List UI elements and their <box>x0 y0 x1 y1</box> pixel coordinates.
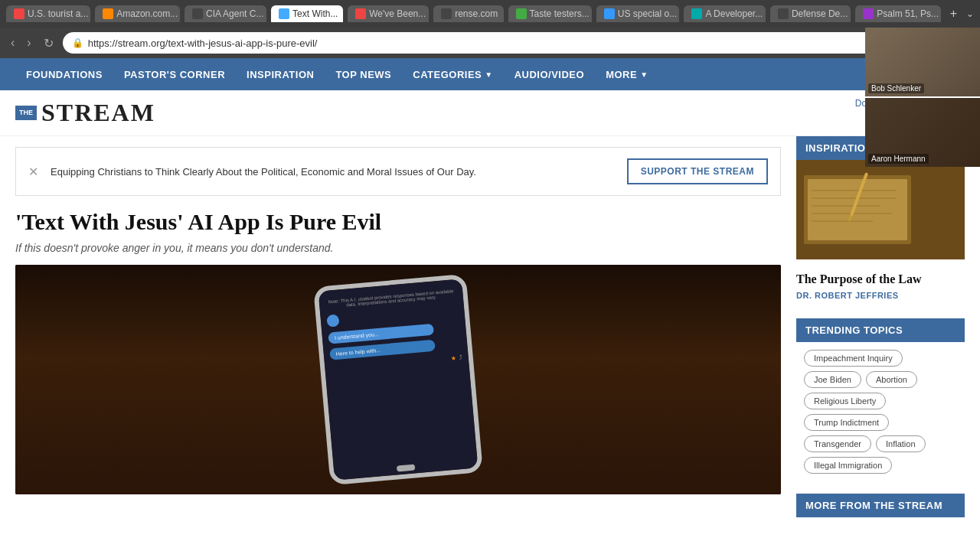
banner-text: Equipping Christians to Think Clearly Ab… <box>51 166 615 178</box>
address-bar[interactable]: 🔒 https://stream.org/text-with-jesus-ai-… <box>63 32 952 54</box>
chat-avatar <box>326 314 339 327</box>
logo-the: THE <box>15 106 37 120</box>
browser-tab-9[interactable]: A Developer... × <box>684 5 766 22</box>
main-content: ✕ Equipping Christians to Think Clearly … <box>15 136 781 530</box>
webcam-bottom-label: Aaron Hermann <box>868 154 929 164</box>
tag-abortion[interactable]: Abortion <box>866 371 917 388</box>
browser-tab-10[interactable]: Defense De... × <box>770 5 851 22</box>
article-image-bg: Note: This A.I. chatbot provides respons… <box>15 265 781 494</box>
phone-mockup: Note: This A.I. chatbot provides respons… <box>313 274 483 485</box>
browser-tab-4[interactable]: Text With... × <box>271 5 343 22</box>
phone-star-icon: ★ <box>450 354 456 362</box>
tab-favicon-4 <box>279 8 289 19</box>
address-bar-row: ‹ › ↻ 🔒 https://stream.org/text-with-jes… <box>0 28 980 58</box>
site-nav: FOUNDATIONS PASTOR'S CORNER INSPIRATION … <box>0 58 980 90</box>
browser-tab-2[interactable]: Amazon.com... × <box>95 5 180 22</box>
new-tab-button[interactable]: + <box>946 5 962 22</box>
tab-favicon-10 <box>778 8 789 19</box>
article-title: 'Text With Jesus' AI App Is Pure Evil <box>15 208 781 236</box>
browser-tab-6[interactable]: rense.com × <box>433 5 503 22</box>
trending-header: TRENDING TOPICS <box>796 318 965 342</box>
trending-section: TRENDING TOPICS Impeachment Inquiry Joe … <box>796 318 965 481</box>
tab-label-3: CIA Agent C... <box>206 8 263 19</box>
browser-tab-8[interactable]: US special o... × <box>596 5 680 22</box>
nav-pastors-corner[interactable]: PASTOR'S CORNER <box>113 58 236 90</box>
tag-inflation[interactable]: Inflation <box>876 435 926 452</box>
webcam-panel: Bob Schlenker Aaron Hermann <box>865 28 980 167</box>
tab-label-11: Psalm 51, Ps... <box>877 8 939 19</box>
tab-label-4: Text With... <box>292 8 338 19</box>
tab-label-8: US special o... <box>618 8 677 19</box>
address-text: https://stream.org/text-with-jesus-ai-ap… <box>88 37 909 49</box>
phone-screen: Note: This A.I. chatbot provides respons… <box>318 279 479 480</box>
article-subtitle: If this doesn't provoke anger in you, it… <box>15 242 781 254</box>
phone-share-icon: ⤴ <box>459 354 462 361</box>
nav-top-news[interactable]: TOP NEWS <box>325 58 402 90</box>
nav-categories[interactable]: CATEGORIES ▼ <box>402 58 503 90</box>
tag-transgender[interactable]: Transgender <box>804 435 871 452</box>
browser-tab-5[interactable]: We've Been... × <box>348 5 429 22</box>
more-header: MORE FROM THE STREAM <box>796 494 965 517</box>
sidebar: INSPIRATION <box>796 136 965 530</box>
article-image: Note: This A.I. chatbot provides respons… <box>15 265 781 494</box>
site-logo[interactable]: THE STREAM <box>15 99 155 127</box>
main-layout: ✕ Equipping Christians to Think Clearly … <box>0 136 980 530</box>
webcam-bottom-container: Aaron Hermann <box>865 98 980 167</box>
browser-tab-7[interactable]: Taste testers... × <box>508 5 592 22</box>
tab-favicon-3 <box>192 8 203 19</box>
tab-favicon-7 <box>516 8 527 19</box>
tab-favicon-1 <box>14 8 24 19</box>
tab-label-9: A Developer... <box>705 8 763 19</box>
webcam-top-label: Bob Schlenker <box>868 83 924 93</box>
tab-favicon-6 <box>441 8 452 19</box>
browser-tab-bar: U.S. tourist a... × Amazon.com... × CIA … <box>0 0 980 28</box>
tab-favicon-9 <box>691 8 702 19</box>
trending-tags: Impeachment Inquiry Joe Biden Abortion R… <box>796 342 965 481</box>
svg-rect-2 <box>808 179 907 240</box>
tab-label-5: We've Been... <box>369 8 426 19</box>
tag-religious-liberty[interactable]: Religious Liberty <box>804 393 886 409</box>
tab-favicon-8 <box>604 8 615 19</box>
support-stream-button[interactable]: SUPPORT THE STREAM <box>627 158 768 184</box>
inspiration-author: DR. ROBERT JEFFRIES <box>796 291 965 300</box>
tab-overflow-button[interactable]: ⌄ <box>966 8 974 19</box>
tab-label-2: Amazon.com... <box>116 8 178 19</box>
inspiration-image[interactable] <box>796 160 965 259</box>
browser-tab-1[interactable]: U.S. tourist a... × <box>6 5 90 22</box>
inspiration-content: The Purpose of the Law DR. ROBERT JEFFRI… <box>796 259 965 306</box>
tab-label-10: Defense De... <box>792 8 848 19</box>
nav-audio-video[interactable]: AUDIO/VIDEO <box>504 58 595 90</box>
webcam-top-container: Bob Schlenker <box>865 28 980 96</box>
site-header: THE STREAM Download The Stream App 🏠 f 𝕏… <box>0 90 980 136</box>
tab-label-1: U.S. tourist a... <box>28 8 88 19</box>
page-content: FOUNDATIONS PASTOR'S CORNER INSPIRATION … <box>0 58 980 530</box>
tag-trump-indictment[interactable]: Trump Indictment <box>804 414 889 431</box>
nav-foundations[interactable]: FOUNDATIONS <box>15 58 113 90</box>
tab-favicon-5 <box>355 8 366 19</box>
forward-button[interactable]: › <box>24 33 34 53</box>
back-button[interactable]: ‹ <box>8 33 18 53</box>
nav-inspiration[interactable]: INSPIRATION <box>236 58 325 90</box>
banner-close-button[interactable]: ✕ <box>28 165 38 179</box>
inspiration-bible-svg <box>796 160 965 259</box>
browser-tab-3[interactable]: CIA Agent C... × <box>185 5 266 22</box>
tab-label-7: Taste testers... <box>530 8 590 19</box>
tag-impeachment-inquiry[interactable]: Impeachment Inquiry <box>804 350 903 367</box>
support-banner: ✕ Equipping Christians to Think Clearly … <box>15 147 781 196</box>
tab-favicon-11 <box>863 8 874 19</box>
reload-button[interactable]: ↻ <box>41 33 57 54</box>
categories-dropdown-arrow: ▼ <box>485 70 492 79</box>
inspiration-title[interactable]: The Purpose of the Law <box>796 272 965 288</box>
tab-favicon-2 <box>103 8 113 19</box>
tab-label-6: rense.com <box>455 8 498 19</box>
nav-more[interactable]: MORE ▼ <box>595 58 658 90</box>
more-dropdown-arrow: ▼ <box>640 70 648 79</box>
more-section: MORE FROM THE STREAM <box>796 494 965 517</box>
browser-tab-11[interactable]: Psalm 51, Ps... × <box>855 5 940 22</box>
tag-illegal-immigration[interactable]: Illegal Immigration <box>804 457 892 474</box>
lock-icon: 🔒 <box>72 37 83 48</box>
tag-joe-biden[interactable]: Joe Biden <box>804 371 861 388</box>
logo-stream: STREAM <box>41 99 155 127</box>
